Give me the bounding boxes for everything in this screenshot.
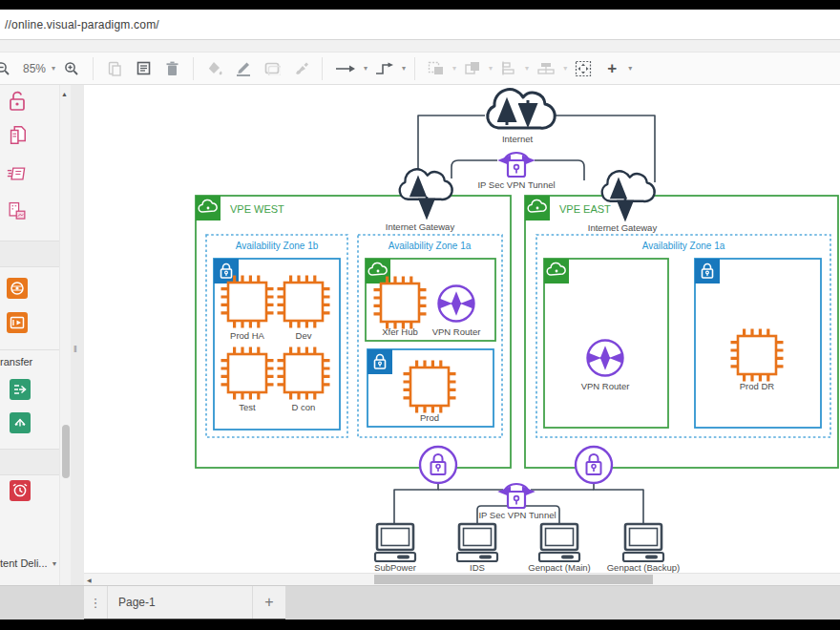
az-1b-title: Availability Zone 1b: [236, 241, 319, 251]
vpc-cloud-badge-icon: [525, 196, 550, 220]
palette-section-divider: [0, 349, 59, 350]
palette-item-transfer-1[interactable]: [10, 379, 31, 400]
vpe-west-title: VPE WEST: [230, 203, 284, 215]
form-image-shape-icon: [7, 198, 28, 226]
workstation-genpact-backup[interactable]: Genpact (Backup): [607, 524, 681, 573]
connector-style-caret-icon[interactable]: ▾: [402, 65, 406, 73]
order-button[interactable]: [464, 57, 481, 80]
workstation-subpower[interactable]: SubPower: [374, 524, 416, 573]
distribute-caret-icon[interactable]: ▾: [563, 65, 567, 73]
tab-page-1[interactable]: Page-1: [108, 586, 252, 619]
page-menu-icon: ⋮: [90, 596, 102, 610]
properties-icon: [136, 61, 151, 75]
az-1a-east-box[interactable]: Availability Zone 1a: [536, 235, 830, 437]
palette-item-quick-doc[interactable]: [7, 163, 28, 184]
workstation-ids[interactable]: IDS: [457, 524, 497, 573]
format-painter-button[interactable]: [292, 57, 309, 80]
panel-splitter[interactable]: ‖: [71, 85, 85, 585]
lock-circle-icon: [420, 447, 456, 483]
toolbar-spacer: [0, 40, 840, 52]
palette-scroll-thumb[interactable]: [62, 425, 70, 478]
instance-xfer-hub[interactable]: Xfer Hub: [377, 280, 423, 337]
palette-item-network-orange[interactable]: [7, 278, 28, 299]
add-shape-caret-icon[interactable]: ▾: [628, 65, 632, 73]
align-caret-icon[interactable]: ▾: [525, 65, 529, 73]
delete-button[interactable]: [163, 57, 180, 80]
export-arrow-shape-icon: [11, 381, 29, 398]
group-caret-icon[interactable]: ▾: [452, 65, 456, 73]
internet-cloud[interactable]: Internet: [488, 90, 556, 144]
canvas-area[interactable]: VPE WEST VPE EAST Availability Zone 1b A…: [84, 85, 840, 573]
page-tab-label: Page-1: [118, 596, 156, 609]
az-1a-east-title: Availability Zone 1a: [642, 241, 725, 251]
ec2-chip-icon: [281, 350, 326, 396]
zoom-level-label[interactable]: 85%: [23, 62, 46, 75]
toolbar-separator: [93, 57, 94, 80]
workstation-genpact-main[interactable]: Genpact (Main): [528, 524, 590, 573]
page-menu-button[interactable]: ⋮: [84, 586, 108, 619]
az-1a-west-title: Availability Zone 1a: [388, 241, 472, 251]
vpn-tunnel-icon: [500, 484, 533, 508]
workstation-label: Genpact (Backup): [607, 562, 681, 573]
fill-color-button[interactable]: [206, 57, 223, 80]
instance-prod-ha[interactable]: Prod HA: [224, 279, 270, 341]
ec2-chip-icon: [734, 332, 780, 378]
canvas-horizontal-scrollbar[interactable]: ◀: [84, 573, 840, 586]
instance-dcon[interactable]: D con: [281, 350, 326, 412]
internet-gateway-east[interactable]: Internet Gateway: [588, 171, 658, 233]
line-color-button[interactable]: [235, 57, 252, 80]
palette-item-unlock[interactable]: [7, 91, 28, 112]
arrow-style-button[interactable]: [335, 57, 356, 80]
add-page-button[interactable]: +: [252, 586, 285, 619]
zoom-caret-icon[interactable]: ▾: [52, 65, 55, 73]
internet-gateway-west[interactable]: Internet Gateway: [386, 169, 455, 232]
palette-section-content-delivery[interactable]: tent Deli... ▼: [0, 557, 57, 569]
instance-label: D con: [292, 402, 316, 412]
add-shape-button[interactable]: +: [603, 57, 620, 80]
url-text: //online.visual-paradigm.com/: [0, 18, 159, 32]
vpn-tunnel-top[interactable]: IP Sec VPN Tunnel: [477, 153, 555, 190]
vpn-gateway-lock-west[interactable]: [420, 447, 456, 483]
palette-item-form[interactable]: [7, 201, 28, 222]
magnifier-minus-icon: [0, 61, 10, 76]
instance-dev[interactable]: Dev: [281, 279, 326, 341]
paste-button[interactable]: [106, 57, 123, 80]
toolbar-separator: [322, 57, 323, 80]
vpn-router-west[interactable]: VPN Router: [432, 286, 481, 338]
instance-label: Test: [239, 402, 256, 412]
instance-label: Dev: [296, 330, 312, 341]
zoom-in-icon[interactable]: [63, 57, 80, 80]
shape-style-button[interactable]: [263, 57, 281, 80]
connector-style-button[interactable]: [375, 57, 394, 80]
cloud-icon: [602, 171, 655, 201]
toolbar-separator: [414, 57, 415, 80]
zoom-out-icon[interactable]: [0, 57, 11, 80]
instance-prod-dr[interactable]: Prod DR: [734, 332, 780, 391]
palette-item-transfer-2[interactable]: [10, 412, 31, 433]
arrow-style-caret-icon[interactable]: ▾: [364, 65, 368, 73]
ec2-chip-icon: [407, 364, 452, 410]
order-caret-icon[interactable]: ▾: [489, 65, 493, 73]
select-mode-button[interactable]: [575, 57, 592, 80]
diagram-canvas[interactable]: VPE WEST VPE EAST Availability Zone 1b A…: [84, 85, 840, 573]
distribute-button[interactable]: [536, 57, 556, 80]
computer-icon: [457, 524, 497, 561]
browser-url-bar[interactable]: //online.visual-paradigm.com/: [0, 10, 840, 40]
align-button[interactable]: [500, 57, 517, 80]
palette-item-documents[interactable]: [7, 125, 28, 146]
ec2-chip-icon: [224, 350, 270, 396]
group-button[interactable]: [428, 57, 445, 80]
instance-prod[interactable]: Prod: [407, 364, 452, 423]
vpn-router-icon: [439, 286, 474, 322]
palette-item-scheduler-red[interactable]: [10, 480, 31, 501]
properties-button[interactable]: [135, 57, 152, 80]
palette-item-media-orange[interactable]: [7, 312, 28, 333]
vpn-gateway-lock-east[interactable]: [576, 447, 612, 483]
unlock-shape-icon: [7, 90, 28, 113]
horizontal-scroll-thumb[interactable]: [374, 575, 653, 584]
instance-test[interactable]: Test: [224, 350, 270, 412]
vpn-router-east[interactable]: VPN Router: [581, 341, 630, 392]
vpn-tunnel-icon: [500, 153, 533, 177]
scroll-left-icon[interactable]: ◀: [87, 577, 92, 583]
scroll-up-icon[interactable]: ▲: [61, 91, 68, 97]
